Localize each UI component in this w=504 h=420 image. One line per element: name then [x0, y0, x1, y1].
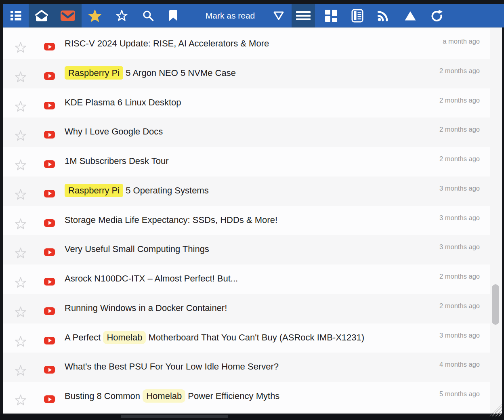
- scroll-up-icon: [404, 10, 416, 21]
- article-view-button[interactable]: [349, 7, 366, 25]
- article-row[interactable]: Raspberry Pi 5 Operating Systems 3 month…: [3, 176, 490, 206]
- article-title: Asrock N100DC-ITX – Almost Perfect! But.…: [65, 273, 238, 285]
- open-envelope-icon: [35, 10, 48, 22]
- article-title: What's the Best PSU For Your Low Idle Ho…: [65, 361, 279, 373]
- article-age: 2 months ago: [439, 97, 480, 104]
- bookmark-button[interactable]: [164, 7, 182, 25]
- star-toggle-icon[interactable]: [15, 365, 27, 377]
- scrollbar-thumb[interactable]: [492, 284, 499, 325]
- play-glyph: [48, 397, 52, 401]
- mark-as-read-button[interactable]: Mark as read: [190, 7, 271, 25]
- youtube-icon: [44, 307, 55, 315]
- filter-dropdown-button[interactable]: [270, 7, 288, 25]
- article-row[interactable]: Very Useful Small Computing Things 3 mon…: [3, 235, 490, 265]
- play-glyph: [48, 162, 52, 166]
- article-row[interactable]: Running Windows in a Docker Container! 2…: [3, 294, 490, 323]
- layout-tiles-button[interactable]: [322, 7, 340, 25]
- mark-all-read-button[interactable]: [33, 7, 50, 25]
- article-age: 2 months ago: [439, 155, 480, 162]
- youtube-icon: [44, 278, 55, 286]
- scroll-up-button[interactable]: [401, 7, 419, 25]
- article-title: 1M Subscribers Desk Tour: [65, 155, 169, 167]
- play-glyph: [48, 250, 52, 254]
- window-bottom-edge: [0, 414, 504, 420]
- bookmark-icon: [169, 10, 178, 21]
- starred-articles-button[interactable]: [86, 7, 104, 25]
- article-age: 3 months ago: [439, 214, 480, 221]
- star-toggle-icon[interactable]: [15, 218, 27, 230]
- star-article-button[interactable]: [113, 7, 130, 25]
- article-title: KDE Plasma 6 Linux Desktop: [65, 97, 181, 109]
- article-row[interactable]: Storage Media Life Expectancy: SSDs, HDD…: [3, 206, 490, 235]
- article-row[interactable]: Busting 8 Common Homelab Power Efficienc…: [3, 382, 490, 412]
- menu-icon: [296, 11, 311, 20]
- scrollbar-track[interactable]: [490, 28, 502, 414]
- star-toggle-icon[interactable]: [15, 306, 27, 318]
- article-row[interactable]: What's the Best PSU For Your Low Idle Ho…: [3, 353, 490, 382]
- star-toggle-icon[interactable]: [15, 247, 27, 259]
- play-glyph: [48, 191, 52, 195]
- play-glyph: [48, 309, 52, 313]
- play-glyph: [48, 280, 52, 284]
- article-age: 4 months ago: [439, 361, 480, 368]
- article-title: Busting 8 Common Homelab Power Efficienc…: [65, 390, 279, 402]
- article-age: 5 months ago: [439, 390, 480, 397]
- play-glyph: [48, 133, 52, 137]
- article-list: RISC-V 2024 Update: RISE, AI Accelerator…: [3, 28, 490, 414]
- article-title: Running Windows in a Docker Container!: [65, 302, 227, 314]
- star-toggle-icon[interactable]: [15, 277, 27, 289]
- unread-list-icon: [10, 11, 21, 21]
- article-row[interactable]: Why I Love Google Docs 2 months ago: [3, 118, 490, 147]
- star-filled-icon: [88, 9, 102, 23]
- star-toggle-icon[interactable]: [15, 336, 27, 348]
- unread-list-button[interactable]: [7, 7, 25, 25]
- article-age: 2 months ago: [439, 273, 480, 280]
- article-view-icon: [351, 9, 363, 23]
- article-age: 2 months ago: [439, 126, 480, 133]
- star-toggle-icon[interactable]: [15, 189, 27, 201]
- refresh-button[interactable]: [428, 7, 446, 25]
- article-row[interactable]: KDE Plasma 6 Linux Desktop 2 months ago: [3, 88, 490, 118]
- article-age: 2 months ago: [439, 67, 480, 74]
- article-row[interactable]: Asrock N100DC-ITX – Almost Perfect! But.…: [3, 265, 490, 294]
- mark-unread-button[interactable]: [59, 7, 77, 25]
- menu-button[interactable]: [294, 7, 312, 25]
- star-toggle-icon[interactable]: [15, 394, 27, 406]
- search-button[interactable]: [139, 7, 157, 25]
- youtube-icon: [44, 366, 55, 374]
- article-age: 2 months ago: [439, 302, 480, 309]
- article-row[interactable]: 1M Subscribers Desk Tour 2 months ago: [3, 147, 490, 176]
- subscribe-rss-button[interactable]: [374, 7, 392, 25]
- youtube-icon: [44, 102, 55, 109]
- search-icon: [142, 10, 154, 22]
- youtube-icon: [44, 160, 55, 168]
- article-title: RISC-V 2024 Update: RISE, AI Accelerator…: [65, 38, 269, 50]
- article-row[interactable]: Raspberry Pi 5 Argon NEO 5 NVMe Case 2 m…: [3, 59, 490, 88]
- rss-icon: [377, 10, 389, 22]
- article-title: Why I Love Google Docs: [65, 126, 163, 138]
- layout-tiles-icon: [325, 10, 337, 22]
- article-age: a month ago: [443, 38, 480, 45]
- article-row[interactable]: A Perfect Homelab Motherboard That You C…: [3, 323, 490, 353]
- star-toggle-icon[interactable]: [15, 130, 27, 142]
- obscured-content-block: [121, 415, 228, 418]
- youtube-icon: [44, 337, 55, 344]
- play-glyph: [48, 368, 52, 372]
- star-toggle-icon[interactable]: [15, 42, 27, 54]
- article-list-pane: RISC-V 2024 Update: RISE, AI Accelerator…: [3, 27, 502, 414]
- youtube-icon: [44, 43, 55, 50]
- star-toggle-icon[interactable]: [15, 159, 27, 171]
- unread-envelope-icon: [60, 10, 76, 21]
- article-title: Storage Media Life Expectancy: SSDs, HDD…: [65, 214, 277, 226]
- toolbar: Mark as read: [3, 4, 504, 27]
- article-row[interactable]: RISC-V 2024 Update: RISE, AI Accelerator…: [3, 29, 490, 59]
- youtube-icon: [44, 72, 55, 80]
- bottom-hairline: [3, 414, 502, 414]
- article-title: Raspberry Pi 5 Operating Systems: [65, 185, 209, 197]
- star-toggle-icon[interactable]: [15, 101, 27, 113]
- filter-dropdown-icon: [273, 11, 284, 21]
- article-title: A Perfect Homelab Motherboard That You C…: [65, 332, 364, 344]
- play-glyph: [48, 221, 52, 225]
- star-toggle-icon[interactable]: [15, 71, 27, 83]
- article-title: Raspberry Pi 5 Argon NEO 5 NVMe Case: [65, 67, 236, 79]
